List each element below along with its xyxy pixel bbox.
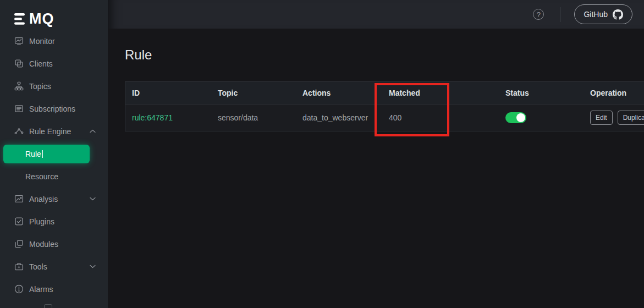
tools-icon [14, 262, 24, 271]
rule-engine-icon [14, 127, 24, 136]
github-octocat-icon [613, 9, 623, 20]
sidebar-item-label: Alarms [29, 285, 53, 294]
topics-icon [14, 81, 24, 91]
chevron-down-icon [90, 197, 96, 201]
sidebar-item-label: Resource [25, 172, 58, 181]
sidebar-item-label: Rule [25, 150, 41, 158]
table-row: rule:647871 sensor/data data_to_webserve… [125, 105, 644, 131]
emq-logo: MQ [0, 0, 108, 29]
sidebar-item-plugins[interactable]: Plugins [0, 210, 108, 233]
sidebar-item-label: Monitor [29, 37, 55, 46]
monitor-icon [14, 36, 24, 46]
sidebar-item-monitor[interactable]: Monitor [0, 30, 108, 52]
help-icon[interactable]: ? [533, 9, 544, 20]
sidebar-item-resource[interactable]: Resource [0, 165, 108, 188]
sidebar-item-alarms[interactable]: Alarms [0, 278, 108, 300]
cell-matched: 400 [382, 113, 499, 122]
sidebar-item-subscriptions[interactable]: Subscriptions [0, 97, 108, 120]
column-header-topic: Topic [211, 89, 296, 97]
sidebar-item-label: Rule Engine [29, 127, 71, 136]
text-caret [42, 150, 43, 158]
column-header-status: Status [499, 89, 584, 97]
column-header-operation: Operation [584, 89, 644, 97]
logo-text: MQ [29, 12, 54, 26]
emq-logo-bars-icon [14, 13, 27, 25]
topbar-divider [560, 7, 560, 22]
sidebar-item-label: Tools [29, 262, 47, 271]
topbar: ? GitHub [108, 0, 644, 29]
sidebar-item-rule-engine[interactable]: Rule Engine [0, 120, 108, 142]
sidebar-item-label: Plugins [29, 217, 54, 226]
analysis-icon [14, 194, 24, 204]
sidebar-nav: Monitor Clients Topics [0, 30, 108, 300]
partial-next-item-icon [44, 304, 52, 308]
rule-id-link[interactable]: rule:647871 [132, 113, 173, 122]
alarms-icon [14, 284, 24, 294]
clients-icon [14, 59, 24, 68]
sidebar-item-analysis[interactable]: Analysis [0, 188, 108, 210]
table-header-row: ID Topic Actions Matched Status Operatio… [125, 81, 644, 105]
chevron-down-icon [90, 265, 96, 268]
modules-icon [14, 239, 24, 249]
sidebar-item-label: Subscriptions [29, 105, 75, 113]
sidebar: MQ Monitor Clients [0, 0, 108, 308]
page-content: Rule ID Topic Actions Matched Status Ope… [108, 47, 644, 131]
github-button[interactable]: GitHub [574, 4, 632, 24]
main-area: ? GitHub Rule ID Topic Actions Matched S… [108, 0, 644, 308]
subscriptions-icon [14, 104, 24, 113]
status-toggle-knob [516, 113, 525, 122]
sidebar-item-topics[interactable]: Topics [0, 75, 108, 97]
sidebar-item-label: Clients [29, 59, 53, 68]
chevron-up-icon [90, 129, 96, 133]
sidebar-item-label: Modules [29, 240, 58, 249]
plugins-icon [14, 217, 24, 226]
column-header-actions: Actions [296, 89, 382, 97]
rules-table: ID Topic Actions Matched Status Operatio… [125, 81, 644, 131]
cell-topic: sensor/data [211, 113, 296, 122]
page-title: Rule [125, 47, 644, 63]
column-header-matched: Matched [382, 89, 499, 97]
sidebar-item-modules[interactable]: Modules [0, 233, 108, 255]
github-button-label: GitHub [584, 10, 608, 19]
column-header-id: ID [125, 89, 211, 97]
sidebar-item-rule[interactable]: Rule [0, 142, 108, 165]
cell-actions: data_to_webserver [296, 113, 382, 122]
edit-button[interactable]: Edit [590, 111, 613, 125]
sidebar-item-label: Analysis [29, 195, 58, 204]
sidebar-item-tools[interactable]: Tools [0, 255, 108, 278]
duplicate-button[interactable]: Duplicate [618, 111, 644, 125]
active-item-pill: Rule [3, 145, 90, 163]
sidebar-item-clients[interactable]: Clients [0, 52, 108, 75]
sidebar-item-label: Topics [29, 82, 51, 91]
status-toggle[interactable] [505, 112, 526, 123]
